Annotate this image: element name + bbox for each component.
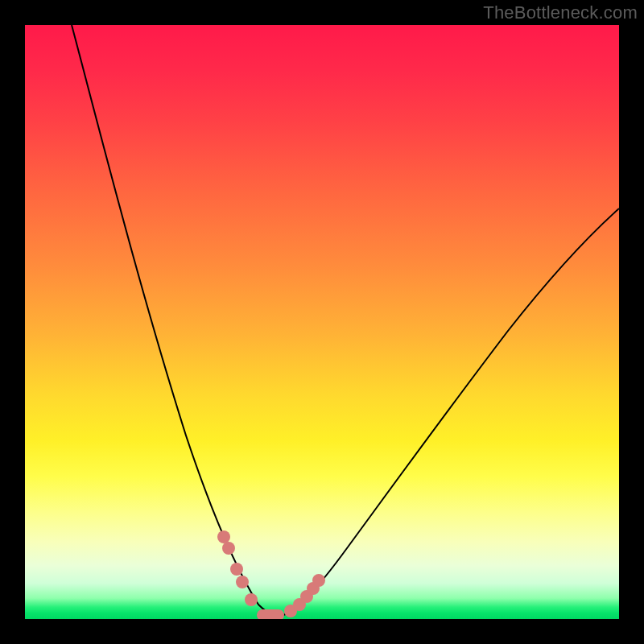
svg-point-4 <box>245 593 258 606</box>
svg-point-2 <box>230 563 243 576</box>
chart-frame: TheBottleneck.com <box>0 0 644 644</box>
svg-point-3 <box>236 576 249 588</box>
curve-right-branch <box>279 208 619 617</box>
plot-area <box>25 25 619 619</box>
curve-layer <box>25 25 619 619</box>
svg-rect-5 <box>257 609 284 619</box>
svg-point-1 <box>222 542 235 555</box>
watermark-text: TheBottleneck.com <box>483 2 638 23</box>
pink-marker-group <box>217 530 325 619</box>
curve-left-branch <box>72 25 279 617</box>
svg-point-0 <box>217 530 230 543</box>
svg-point-10 <box>312 574 325 587</box>
